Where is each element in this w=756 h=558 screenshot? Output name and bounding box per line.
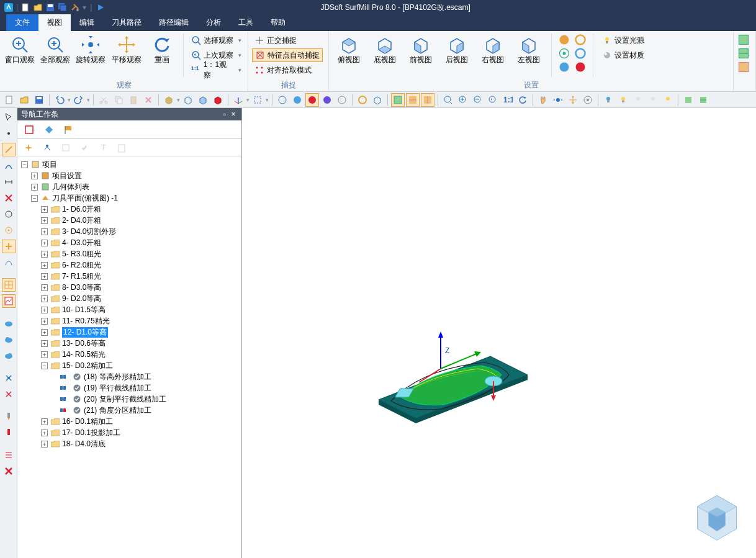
- ts-cube3-icon[interactable]: [196, 93, 210, 107]
- ts-grid2-icon[interactable]: [406, 93, 420, 107]
- scale11-button[interactable]: 1:11：1观察▾: [189, 63, 244, 77]
- lt-list-icon[interactable]: [2, 448, 16, 462]
- lt-line-icon[interactable]: [2, 143, 16, 156]
- navtab-diamond-icon[interactable]: [42, 123, 56, 137]
- tree-node[interactable]: +14- R0.5精光: [19, 349, 240, 360]
- ts-zoom2-icon[interactable]: [456, 93, 470, 107]
- ts-rotate-icon[interactable]: [551, 93, 565, 107]
- ts-paste-icon[interactable]: [127, 93, 140, 107]
- ts-zoom1-icon[interactable]: [441, 93, 455, 107]
- ts-bulb4-icon[interactable]: [646, 93, 660, 107]
- lt-cloud3-icon[interactable]: [2, 349, 16, 362]
- all-view-button[interactable]: 全部观察: [39, 34, 71, 64]
- tree-node[interactable]: +6- R2.0粗光: [19, 259, 240, 271]
- tree-node[interactable]: +5- R3.0粗光: [19, 248, 240, 259]
- ts-end1-icon[interactable]: [682, 93, 695, 107]
- setting-icon-1[interactable]: [558, 34, 570, 46]
- bottom-view-button[interactable]: 底视图: [369, 34, 401, 64]
- lt-star2-icon[interactable]: [2, 387, 16, 401]
- lt-cloud1-icon[interactable]: [2, 317, 16, 330]
- tree-node[interactable]: +1- D6.0开粗: [19, 204, 240, 215]
- navtool-6[interactable]: [115, 142, 128, 154]
- ts-delete-icon[interactable]: [142, 93, 155, 107]
- tree-node[interactable]: −项目: [19, 159, 240, 170]
- top-view-button[interactable]: 俯视图: [333, 34, 365, 64]
- ts-hand-icon[interactable]: [536, 93, 550, 107]
- ts-misc-icon[interactable]: [581, 93, 595, 107]
- ts-cube1-icon[interactable]: [162, 93, 176, 107]
- lt-x2-icon[interactable]: [2, 464, 16, 478]
- select-view-button[interactable]: 选择观察▾: [189, 34, 244, 47]
- align-pick-button[interactable]: 对齐拾取模式: [252, 63, 323, 77]
- ts-grid3-icon[interactable]: [421, 93, 434, 107]
- ts-open-icon[interactable]: [17, 93, 31, 107]
- save-all-icon[interactable]: [58, 2, 68, 12]
- open-file-icon[interactable]: [33, 2, 43, 12]
- ts-undo-icon[interactable]: [53, 93, 66, 107]
- settings-icon[interactable]: [70, 2, 80, 12]
- lt-curve-icon[interactable]: [2, 159, 16, 173]
- tree-node[interactable]: +项目设置: [19, 170, 240, 181]
- ts-sphere5-icon[interactable]: [335, 93, 349, 107]
- tree-node[interactable]: −15- D0.2精加工: [19, 360, 240, 371]
- lt-grid-icon[interactable]: [2, 278, 16, 292]
- ts-sphere4-icon[interactable]: [320, 93, 334, 107]
- tree-node[interactable]: (19) 平行截线精加工: [19, 382, 240, 394]
- new-file-icon[interactable]: [20, 2, 30, 12]
- ortho-snap-button[interactable]: 正交捕捉: [252, 34, 323, 47]
- tree-node[interactable]: (21) 角度分区精加工: [19, 405, 240, 416]
- tree-node[interactable]: +13- D0.6等高: [19, 338, 240, 349]
- back-view-button[interactable]: 后视图: [441, 34, 473, 64]
- save-icon[interactable]: [45, 2, 55, 12]
- nav-tree[interactable]: −项目+项目设置+几何体列表−刀具平面(俯视图) -1+1- D6.0开粗+2-…: [17, 156, 241, 558]
- tree-node[interactable]: (20) 复制平行截线精加工: [19, 394, 240, 405]
- ts-bulb1-icon[interactable]: [601, 93, 615, 107]
- pin-icon[interactable]: ▫: [220, 110, 229, 119]
- ts-new-icon[interactable]: [2, 93, 16, 107]
- tab-help[interactable]: 帮助: [262, 14, 294, 31]
- ts-save-icon[interactable]: [32, 93, 46, 107]
- left-view-button[interactable]: 左视图: [513, 34, 545, 64]
- ts-cut-icon[interactable]: [97, 93, 110, 107]
- right-view-button[interactable]: 右视图: [477, 34, 509, 64]
- feature-snap-button[interactable]: 特征点自动捕捉: [252, 48, 323, 62]
- setting-icon-5[interactable]: [574, 47, 587, 60]
- ts-sphere3-icon[interactable]: [305, 93, 319, 107]
- tree-node[interactable]: +8- D3.0等高: [19, 282, 240, 293]
- panel-toggle-1[interactable]: [737, 34, 750, 46]
- ts-select-icon[interactable]: [251, 93, 264, 107]
- tree-node[interactable]: +3- D4.0切割外形: [19, 226, 240, 237]
- close-icon[interactable]: ×: [229, 110, 238, 119]
- tree-node[interactable]: +16- D0.1精加工: [19, 416, 240, 427]
- tree-node[interactable]: −刀具平面(俯视图) -1: [19, 192, 240, 204]
- tree-node[interactable]: +11- R0.75精光: [19, 315, 240, 326]
- ts-axis-icon[interactable]: [232, 93, 245, 107]
- ts-bulb5-icon[interactable]: [661, 93, 675, 107]
- setting-icon-3[interactable]: [558, 61, 570, 73]
- tree-node[interactable]: +4- D3.0开粗: [19, 237, 240, 248]
- ts-zoom3-icon[interactable]: [471, 93, 485, 107]
- navtab-box-icon[interactable]: [22, 123, 36, 137]
- ts-zoom4-icon[interactable]: [486, 93, 500, 107]
- tree-node[interactable]: +17- D0.1投影加工: [19, 427, 240, 438]
- tree-node[interactable]: +几何体列表: [19, 181, 240, 192]
- tree-node[interactable]: +9- D2.0等高: [19, 293, 240, 304]
- tab-pathedit[interactable]: 路径编辑: [150, 14, 197, 31]
- ts-bulb2-icon[interactable]: [616, 93, 630, 107]
- lt-spline-icon[interactable]: [2, 256, 16, 269]
- redraw-button[interactable]: 重画: [146, 34, 178, 64]
- ts-refresh-icon[interactable]: [516, 93, 529, 107]
- ts-ring1-icon[interactable]: [356, 93, 369, 107]
- lt-x-icon[interactable]: [2, 191, 16, 205]
- tab-analyze[interactable]: 分析: [197, 14, 230, 31]
- ts-sphere1-icon[interactable]: [276, 93, 289, 107]
- lt-chart-icon[interactable]: [2, 294, 16, 308]
- panel-toggle-3[interactable]: [737, 61, 750, 73]
- ts-end2-icon[interactable]: [696, 93, 710, 107]
- lt-tool1-icon[interactable]: [2, 410, 16, 423]
- tree-node[interactable]: +12- D1.0等高: [19, 326, 240, 338]
- viewport-3d[interactable]: Z: [242, 108, 756, 558]
- ts-sphere2-icon[interactable]: [290, 93, 304, 107]
- ts-zoom5-icon[interactable]: 1:1: [501, 93, 515, 107]
- lt-cursor-icon[interactable]: [2, 110, 16, 124]
